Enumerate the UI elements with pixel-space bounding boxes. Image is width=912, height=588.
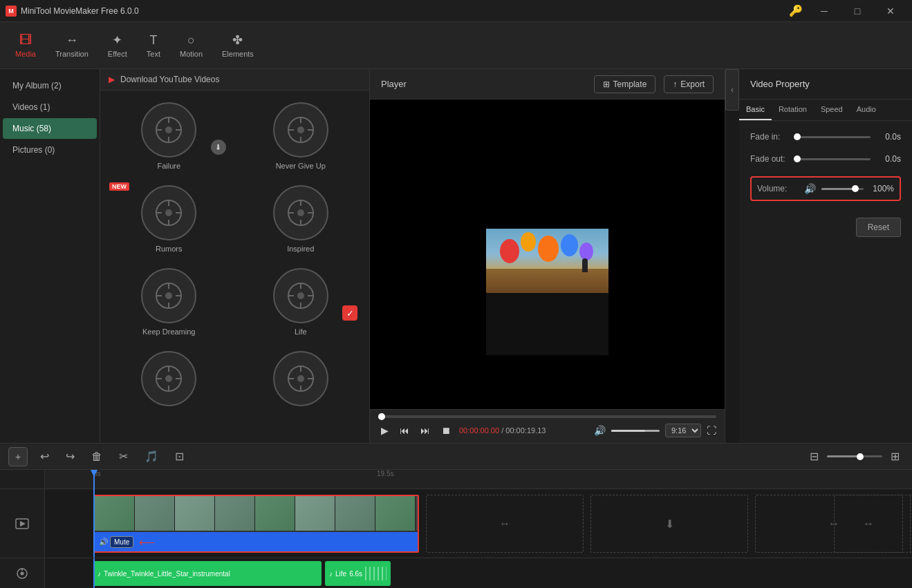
elements-label: Elements <box>222 50 254 58</box>
media-item-label: Rumors <box>156 245 183 253</box>
mute-icon: 🔊 <box>99 538 109 547</box>
fade-out-value: 0.0s <box>876 154 901 164</box>
export-icon: ↑ <box>673 79 677 89</box>
aspect-ratio-select[interactable]: 9:16 16:9 1:1 4:3 <box>665 424 701 437</box>
audio-button[interactable]: 🎵 <box>140 447 162 466</box>
volume-slider-track[interactable] <box>821 188 864 190</box>
music-clip-1[interactable]: ♪ Twinkle_Twinkle_Little_Star_instrument… <box>93 561 322 586</box>
template-button[interactable]: ⊞ Template <box>594 75 656 93</box>
volume-fill <box>611 430 645 432</box>
media-label: Media <box>15 50 36 58</box>
toolbar-media[interactable]: 🎞 Media <box>6 22 46 68</box>
list-item[interactable]: Never Give Up <box>235 93 367 176</box>
minimize-button[interactable]: ─ <box>808 0 840 22</box>
transition-label: Transition <box>55 50 89 58</box>
filmstrip-frame <box>135 496 175 531</box>
svg-point-1 <box>166 127 171 133</box>
toolbar-text[interactable]: T Text <box>137 22 170 68</box>
window-controls: ─ □ ✕ <box>808 0 906 22</box>
music-icon-6 <box>273 268 328 323</box>
empty-clip-1[interactable]: ↔ <box>426 495 584 553</box>
toolbar-transition[interactable]: ↔ Transition <box>46 22 98 68</box>
fade-in-slider[interactable] <box>797 136 871 138</box>
cut-button[interactable]: ✂ <box>115 447 132 466</box>
music-clip-2[interactable]: ♪ Life 6.6s <box>325 561 391 586</box>
volume-icon[interactable]: 🔊 <box>591 424 608 437</box>
list-item[interactable]: Keep Dreaming <box>103 259 235 342</box>
toolbar-elements[interactable]: ✤ Elements <box>212 22 263 68</box>
text-label: Text <box>147 50 160 58</box>
toolbar-motion[interactable]: ○ Motion <box>170 22 212 68</box>
fade-out-label: Fade out: <box>750 154 792 164</box>
tab-audio[interactable]: Audio <box>850 99 883 120</box>
sidebar-item-my-album[interactable]: My Album (2) <box>3 75 97 96</box>
sidebar-item-videos[interactable]: Videos (1) <box>3 97 97 117</box>
main-area: My Album (2) Videos (1) Music (58) Pictu… <box>0 69 912 443</box>
undo-button[interactable]: ↩ <box>36 447 53 466</box>
video-preview <box>370 99 725 409</box>
media-icon: 🎞 <box>19 33 32 48</box>
play-button[interactable]: ▶ <box>378 424 391 437</box>
filmstrip-frame <box>335 496 375 531</box>
fade-out-slider[interactable] <box>797 158 871 160</box>
list-item[interactable] <box>235 342 367 417</box>
volume-control: 🔊 <box>591 424 660 437</box>
tab-basic[interactable]: Basic <box>739 99 772 120</box>
toolbar: 🎞 Media ↔ Transition ✦ Effect T Text ○ M… <box>0 22 912 69</box>
mute-button[interactable]: Mute <box>110 536 133 548</box>
list-item[interactable]: NEW Rumors <box>103 176 235 259</box>
music-clip-duration-2: 6.6s <box>349 570 362 578</box>
volume-mute-icon[interactable]: 🔊 <box>804 183 816 194</box>
tab-speed[interactable]: Speed <box>814 99 850 120</box>
progress-bar[interactable] <box>378 415 716 418</box>
delete-button[interactable]: 🗑 <box>87 448 106 466</box>
sidebar: My Album (2) Videos (1) Music (58) Pictu… <box>0 69 100 443</box>
fade-in-row: Fade in: 0.0s <box>750 132 901 142</box>
collapse-button[interactable]: ‹ <box>725 69 739 111</box>
list-item[interactable] <box>103 342 235 417</box>
redo-button[interactable]: ↪ <box>62 447 79 466</box>
mute-arrow-icon: ⟵ <box>139 535 155 549</box>
sidebar-item-pictures[interactable]: Pictures (0) <box>3 140 97 160</box>
prev-frame-button[interactable]: ⏮ <box>397 424 412 437</box>
list-item[interactable]: Inspired <box>235 176 367 259</box>
volume-slider-thumb <box>852 185 859 192</box>
empty-clip-2[interactable]: ⬇ <box>590 495 748 553</box>
stop-button[interactable]: ⏹ <box>438 424 454 437</box>
export-button[interactable]: ↑ Export <box>664 75 714 93</box>
crop-button[interactable]: ⊡ <box>171 447 188 466</box>
sidebar-item-music[interactable]: Music (58) <box>3 118 97 139</box>
music-icon-1 <box>141 102 196 158</box>
filmstrip-frame <box>95 496 135 531</box>
list-item[interactable]: ✓ Life <box>235 259 367 342</box>
add-track-button[interactable]: + <box>8 447 28 466</box>
tab-rotation[interactable]: Rotation <box>772 99 814 120</box>
next-frame-button[interactable]: ⏭ <box>418 424 433 437</box>
download-button-1[interactable]: ⬇ <box>211 140 226 155</box>
timeline-toolbar: + ↩ ↪ 🗑 ✂ 🎵 ⊡ ⊟ ⊞ <box>0 444 912 470</box>
zoom-out-button[interactable]: ⊟ <box>806 447 823 466</box>
download-bar[interactable]: ▶ Download YouTube Videos <box>100 69 369 91</box>
fade-in-label: Fade in: <box>750 132 792 142</box>
toolbar-effect[interactable]: ✦ Effect <box>98 22 137 68</box>
maximize-button[interactable]: □ <box>841 0 873 22</box>
playhead-audio <box>93 558 95 588</box>
time-total: / 00:00:19.13 <box>501 426 546 435</box>
empty-clip-4[interactable]: ↔ <box>834 495 903 553</box>
audio-music-row: ♪ Twinkle_Twinkle_Little_Star_instrument… <box>45 558 912 588</box>
filmstrip-frame <box>255 496 295 531</box>
video-clip[interactable]: 19.5s 🔊 Mute ⟵ <box>93 495 419 553</box>
effect-label: Effect <box>108 50 127 58</box>
reset-button[interactable]: Reset <box>856 218 901 237</box>
youtube-icon: ▶ <box>109 75 115 84</box>
fullscreen-button[interactable]: ⛶ <box>707 425 716 436</box>
zoom-in-button[interactable]: ⊞ <box>886 447 904 466</box>
close-button[interactable]: ✕ <box>875 0 906 22</box>
volume-row: Volume: 🔊 100% <box>750 176 901 201</box>
volume-label: Volume: <box>757 184 799 193</box>
video-frame-bottom <box>486 293 608 355</box>
zoom-slider[interactable] <box>827 455 882 457</box>
volume-slider[interactable] <box>611 430 660 432</box>
list-item[interactable]: ⬇ Failure <box>103 93 235 176</box>
titlebar: M MiniTool MovieMaker Free 6.0.0 🔑 ─ □ ✕ <box>0 0 912 22</box>
